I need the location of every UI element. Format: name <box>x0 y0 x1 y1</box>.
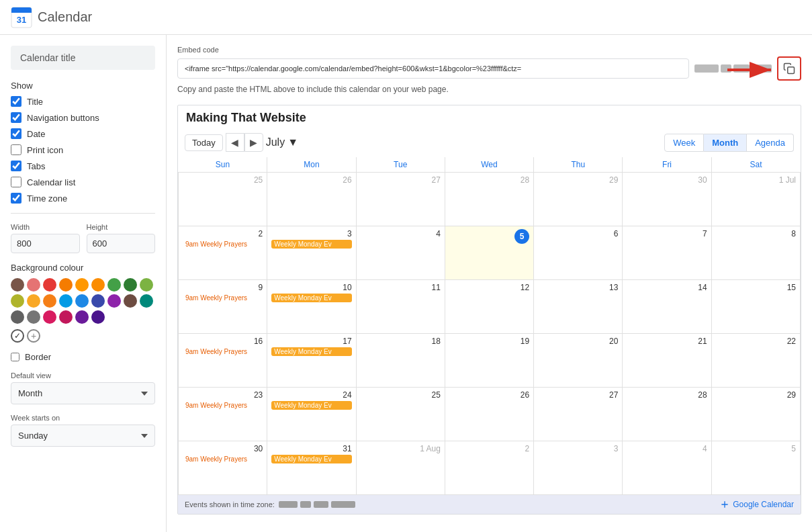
cell-jul12[interactable]: 12 <box>445 280 533 334</box>
cell-jul20[interactable]: 20 <box>534 334 623 388</box>
height-input[interactable] <box>87 234 156 253</box>
checkbox-nav-buttons-input[interactable] <box>11 112 21 123</box>
colour-dark-pink[interactable] <box>59 310 73 324</box>
colour-dark-green[interactable] <box>124 278 137 292</box>
cell-aug4[interactable]: 4 <box>623 441 711 495</box>
checkbox-print-icon-input[interactable] <box>11 144 21 155</box>
colour-yellow-green[interactable] <box>11 294 24 308</box>
checkbox-date-input[interactable] <box>11 128 21 139</box>
cell-jul6[interactable]: 6 <box>534 226 623 280</box>
cell-jul27[interactable]: 27 <box>534 388 623 441</box>
cell-aug5[interactable]: 5 <box>711 441 800 495</box>
cell-jun27[interactable]: 27 <box>356 173 445 226</box>
cell-aug1[interactable]: 1 Aug <box>356 441 445 495</box>
event-monday-jul24[interactable]: Weekly Monday Ev <box>271 401 351 410</box>
cell-jul25[interactable]: 25 <box>356 388 445 441</box>
embed-code-input[interactable]: <iframe src="https://calendar.google.com… <box>177 58 689 79</box>
cell-jul10[interactable]: 10 Weekly Monday Ev <box>267 280 356 334</box>
week-view-button[interactable]: Week <box>664 134 704 152</box>
prev-month-button[interactable]: ◀ <box>226 133 244 152</box>
colour-lime[interactable] <box>140 278 153 292</box>
colour-dark-brown[interactable] <box>124 294 137 308</box>
cell-aug2[interactable]: 2 <box>445 441 533 495</box>
event-weekly-prayers-jul16[interactable]: 9am Weekly Prayers <box>183 347 263 356</box>
cell-jul9[interactable]: 9 9am Weekly Prayers <box>179 280 267 334</box>
colour-deeper-purple[interactable] <box>91 310 105 324</box>
event-monday-jul17[interactable]: Weekly Monday Ev <box>271 347 351 356</box>
event-monday-jul31[interactable]: Weekly Monday Ev <box>271 455 351 463</box>
cell-jul2[interactable]: 2 9am Weekly Prayers <box>179 226 267 280</box>
cell-jul8[interactable]: 8 <box>711 226 800 280</box>
month-dropdown[interactable]: July ▼ <box>266 136 298 148</box>
cell-jul26[interactable]: 26 <box>445 388 533 441</box>
agenda-view-button[interactable]: Agenda <box>747 134 794 152</box>
cell-jul21[interactable]: 21 <box>623 334 711 388</box>
cell-jul7[interactable]: 7 <box>623 226 711 280</box>
colour-light-green[interactable] <box>107 278 121 292</box>
colour-dark-orange[interactable] <box>59 278 73 292</box>
cell-jul28[interactable]: 28 <box>623 388 711 441</box>
colour-indigo[interactable] <box>91 294 105 308</box>
checkbox-calendar-list-input[interactable] <box>11 177 21 187</box>
colour-grey[interactable] <box>27 310 40 324</box>
colour-orange[interactable] <box>75 278 89 292</box>
colour-amber[interactable] <box>91 278 105 292</box>
width-input[interactable] <box>11 234 80 253</box>
border-checkbox[interactable] <box>11 353 19 361</box>
google-calendar-logo[interactable]: Google Calendar <box>719 499 794 510</box>
cell-jun26[interactable]: 26 <box>267 173 356 226</box>
event-weekly-prayers-jul23[interactable]: 9am Weekly Prayers <box>183 401 263 410</box>
default-view-select[interactable]: Month <box>11 382 155 404</box>
event-weekly-prayers-jul30[interactable]: 9am Weekly Prayers <box>183 455 263 463</box>
cell-jul22[interactable]: 22 <box>711 334 800 388</box>
colour-purple[interactable] <box>107 294 121 308</box>
cell-jun30[interactable]: 30 <box>623 173 711 226</box>
cell-jul29[interactable]: 29 <box>711 388 800 441</box>
cell-jul11[interactable]: 11 <box>356 280 445 334</box>
event-weekly-prayers-jul9[interactable]: 9am Weekly Prayers <box>183 294 263 302</box>
cell-jul17[interactable]: 17 Weekly Monday Ev <box>267 334 356 388</box>
event-weekly-prayers-jul2[interactable]: 9am Weekly Prayers <box>183 240 263 249</box>
cell-jul5[interactable]: 5 <box>445 226 533 280</box>
colour-dark-grey[interactable] <box>11 310 24 324</box>
colour-brown[interactable] <box>11 278 24 292</box>
cell-jul19[interactable]: 19 <box>445 334 533 388</box>
checkbox-title-input[interactable] <box>11 96 21 107</box>
cell-jun29[interactable]: 29 <box>534 173 623 226</box>
cell-jul14[interactable]: 14 <box>623 280 711 334</box>
custom-colour-check[interactable]: ✓ <box>11 329 24 343</box>
cell-jul3[interactable]: 3 Weekly Monday Ev <box>267 226 356 280</box>
today-button[interactable]: Today <box>185 134 223 151</box>
cell-jun28[interactable]: 28 <box>445 173 533 226</box>
colour-pink[interactable] <box>43 310 56 324</box>
cell-jul31[interactable]: 31 Weekly Monday Ev <box>267 441 356 495</box>
colour-dark-yellow[interactable] <box>43 294 56 308</box>
event-monday-jul3[interactable]: Weekly Monday Ev <box>271 240 351 249</box>
event-monday-jul10[interactable]: Weekly Monday Ev <box>271 294 351 302</box>
cell-jul16[interactable]: 16 9am Weekly Prayers <box>179 334 267 388</box>
colour-light-blue[interactable] <box>59 294 73 308</box>
cell-aug3[interactable]: 3 <box>534 441 623 495</box>
next-month-button[interactable]: ▶ <box>244 133 263 152</box>
checkbox-tabs-input[interactable] <box>11 161 21 171</box>
cell-jul30[interactable]: 30 9am Weekly Prayers <box>179 441 267 495</box>
cell-jul1[interactable]: 1 Jul <box>711 173 800 226</box>
colour-teal[interactable] <box>140 294 153 308</box>
custom-colour-add[interactable]: + <box>27 329 40 343</box>
colour-yellow[interactable] <box>27 294 40 308</box>
cell-jul15[interactable]: 15 <box>711 280 800 334</box>
checkbox-time-zone-input[interactable] <box>11 193 21 204</box>
cell-jul13[interactable]: 13 <box>534 280 623 334</box>
app-header: 31 Calendar <box>0 0 812 35</box>
colour-red[interactable] <box>43 278 56 292</box>
colour-blue[interactable] <box>75 294 89 308</box>
week-starts-select[interactable]: Sunday <box>11 425 155 447</box>
month-view-button[interactable]: Month <box>704 134 747 152</box>
colour-deep-purple[interactable] <box>75 310 89 324</box>
cell-jul23[interactable]: 23 9am Weekly Prayers <box>179 388 267 441</box>
cell-jun25[interactable]: 25 <box>179 173 267 226</box>
colour-light-red[interactable] <box>27 278 40 292</box>
cell-jul24[interactable]: 24 Weekly Monday Ev <box>267 388 356 441</box>
cell-jul18[interactable]: 18 <box>356 334 445 388</box>
cell-jul4[interactable]: 4 <box>356 226 445 280</box>
